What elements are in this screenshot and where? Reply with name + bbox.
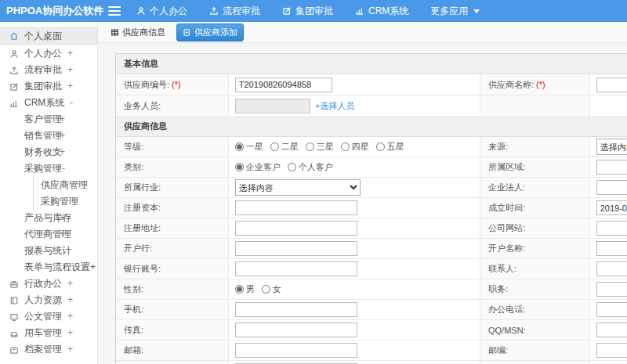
- sidebar-item-档案管理[interactable]: 档案管理+: [0, 341, 97, 358]
- field-label: QQ/MSN:: [488, 326, 526, 335]
- radio-input[interactable]: [376, 142, 385, 151]
- 成立时间-input[interactable]: [596, 200, 627, 215]
- 邮箱-input[interactable]: [235, 343, 357, 358]
- tab-供应商信息[interactable]: 供应商信息: [105, 24, 171, 41]
- radio-option-企业客户[interactable]: 企业客户: [235, 161, 281, 173]
- sidebar-item-供应商管理[interactable]: 供应商管理: [33, 177, 97, 193]
- topnav-item-1[interactable]: 个人办公: [136, 5, 187, 18]
- 来源-select[interactable]: 选择内容: [596, 139, 627, 155]
- radio-option-男[interactable]: 男: [235, 283, 255, 295]
- sidebar-item-采购管理[interactable]: 采购管理: [33, 193, 97, 210]
- 供应商名称-input[interactable]: [596, 77, 627, 92]
- label-cell: 供应商名称:(*): [480, 74, 590, 95]
- expand-icon[interactable]: +: [67, 78, 73, 95]
- expand-icon[interactable]: +: [67, 325, 73, 341]
- collapse-icon[interactable]: -: [62, 160, 65, 177]
- topnav-item-3[interactable]: 集团审批: [282, 5, 333, 18]
- radio-input[interactable]: [341, 142, 350, 151]
- field-cell: [590, 259, 627, 279]
- sidebar-item-人力资源[interactable]: 人力资源+: [0, 292, 97, 308]
- 手机-input[interactable]: [235, 302, 357, 317]
- sidebar-item-采购管理[interactable]: 采购管理-: [0, 160, 97, 177]
- expand-icon[interactable]: +: [67, 45, 73, 62]
- car-icon: [9, 329, 19, 338]
- sidebar-item-报表与统计[interactable]: 报表与统计: [0, 243, 97, 259]
- sidebar-item-集团审批[interactable]: 集团审批+: [0, 78, 97, 95]
- 开户行-input[interactable]: [235, 241, 357, 256]
- main-area: 供应商信息供应商添加 基本信息供应商编号:(*)供应商名称:(*)业务人员:+选…: [98, 22, 627, 364]
- expand-icon[interactable]: +: [67, 276, 73, 292]
- 办公电话-input[interactable]: [596, 302, 627, 317]
- expand-icon[interactable]: +: [67, 308, 73, 325]
- select-person-link[interactable]: +选择人员: [315, 100, 354, 112]
- expand-icon[interactable]: +: [60, 226, 65, 243]
- sidebar-item-销售管理[interactable]: 销售管理+: [0, 128, 97, 144]
- radio-option-五星[interactable]: 五星: [376, 141, 404, 153]
- sidebar-item-表单与流程设置[interactable]: 表单与流程设置+: [0, 259, 97, 276]
- radio-input[interactable]: [288, 163, 296, 171]
- menu-toggle-icon[interactable]: [108, 6, 121, 16]
- expand-icon[interactable]: +: [67, 341, 73, 358]
- radio-label: 四星: [352, 141, 369, 153]
- sidebar-item-CRM系统[interactable]: CRM系统-: [0, 95, 97, 111]
- radio-input[interactable]: [235, 142, 244, 151]
- radio-input[interactable]: [270, 142, 279, 151]
- sidebar-item-个人桌面[interactable]: 个人桌面: [0, 27, 97, 45]
- radio-input[interactable]: [306, 142, 314, 151]
- sidebar-item-财务收支[interactable]: 财务收支+: [0, 144, 97, 160]
- sidebar-item-产品与库存[interactable]: 产品与库存+: [0, 210, 97, 226]
- 注册地址-input[interactable]: [235, 221, 357, 236]
- expand-icon[interactable]: +: [67, 62, 73, 78]
- expand-icon[interactable]: +: [60, 144, 65, 160]
- radio-option-一星[interactable]: 一星: [235, 141, 263, 153]
- radio-option-二星[interactable]: 二星: [270, 141, 299, 153]
- topbar: PHPOA协同办公软件 个人办公流程审批集团审批CRM系统更多应用: [0, 0, 627, 22]
- form-row: 地址:: [116, 361, 627, 364]
- topnav-label: 流程审批: [223, 5, 260, 18]
- radio-input[interactable]: [235, 285, 244, 294]
- radio-option-四星[interactable]: 四星: [341, 141, 369, 153]
- radio-option-女[interactable]: 女: [262, 283, 281, 295]
- sidebar-item-行政办公[interactable]: 行政办公+: [0, 276, 97, 292]
- form-row: 供应商编号:(*)供应商名称:(*): [116, 74, 627, 96]
- 所属行业-select[interactable]: 选择内容: [235, 179, 361, 196]
- field-label: 传真:: [124, 324, 143, 336]
- expand-icon[interactable]: +: [60, 210, 65, 226]
- sidebar-item-客户管理[interactable]: 客户管理+: [0, 111, 97, 128]
- radio-input[interactable]: [235, 163, 244, 171]
- topnav-item-2[interactable]: 流程审批: [209, 5, 260, 18]
- 供应商编号-input[interactable]: [235, 77, 332, 92]
- QQ/MSN-input[interactable]: [596, 323, 627, 337]
- 邮编-input[interactable]: [596, 343, 627, 358]
- 企业法人-input[interactable]: [596, 180, 627, 195]
- label-cell: 邮箱:: [116, 341, 229, 360]
- sidebar-item-个人办公[interactable]: 个人办公+: [0, 45, 97, 62]
- 业务人员-input[interactable]: [235, 99, 310, 114]
- field-label: 成立时间:: [488, 202, 525, 214]
- 开户名称-input[interactable]: [596, 241, 627, 256]
- sidebar-item-流程审批[interactable]: 流程审批+: [0, 62, 97, 78]
- 注册资本-input[interactable]: [235, 200, 357, 215]
- radio-option-个人客户[interactable]: 个人客户: [288, 161, 333, 173]
- edit-icon: [282, 6, 292, 16]
- sidebar-item-代理商管理[interactable]: 代理商管理+: [0, 226, 97, 243]
- 银行账号-input[interactable]: [235, 261, 357, 276]
- expand-icon[interactable]: +: [60, 128, 65, 144]
- folder-icon: [9, 345, 19, 355]
- collapse-icon[interactable]: -: [70, 95, 73, 111]
- topnav-item-5[interactable]: 更多应用: [430, 5, 480, 18]
- sidebar-item-公文管理[interactable]: 公文管理+: [0, 308, 97, 325]
- radio-input[interactable]: [262, 285, 270, 294]
- expand-icon[interactable]: +: [60, 111, 65, 128]
- radio-option-三星[interactable]: 三星: [306, 141, 334, 153]
- expand-icon[interactable]: +: [67, 292, 73, 308]
- label-cell: 来源:: [480, 137, 590, 157]
- sidebar-item-用车管理[interactable]: 用车管理+: [0, 325, 97, 341]
- 传真-input[interactable]: [235, 323, 357, 337]
- 职务-input[interactable]: [596, 282, 627, 297]
- tab-供应商添加[interactable]: 供应商添加: [176, 23, 244, 41]
- topnav-item-4[interactable]: CRM系统: [355, 5, 408, 18]
- 公司网站-input[interactable]: [596, 221, 627, 236]
- 所属区域-input[interactable]: [596, 160, 627, 175]
- 联系人-input[interactable]: [596, 261, 627, 276]
